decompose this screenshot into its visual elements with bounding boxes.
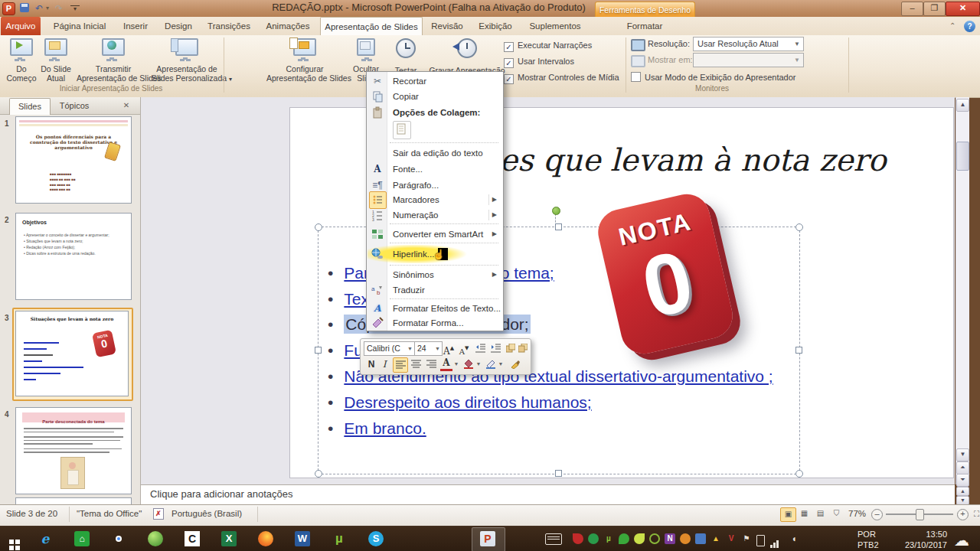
normal-view-button[interactable]: ▣ <box>780 507 796 522</box>
next-slide-icon[interactable]: ⏷ <box>956 474 969 487</box>
font-color-button[interactable]: A <box>440 357 452 371</box>
clock-tray[interactable]: 13:5023/10/2017 <box>892 529 947 550</box>
tray-onenote-icon[interactable]: N <box>665 533 675 544</box>
tab-design[interactable]: Design <box>158 17 199 35</box>
restore-button[interactable]: ❐ <box>923 2 946 16</box>
bold-button[interactable]: N <box>365 357 377 371</box>
previous-slide-icon[interactable]: ⏶ <box>956 461 969 474</box>
setup-slideshow-button[interactable]: ConfigurarApresentação de Slides <box>266 38 343 83</box>
redo-icon[interactable]: ↷ <box>54 2 64 15</box>
menu-item-converter-smartart[interactable]: Converter em SmartArt▶ <box>368 227 501 242</box>
firefox-icon[interactable] <box>256 529 276 549</box>
touch-keyboard-icon[interactable] <box>545 533 562 545</box>
powerpoint-app-icon[interactable]: P <box>2 2 15 15</box>
tab-arquivo[interactable]: Arquivo <box>1 17 41 35</box>
font-name-field[interactable]: Calibri (C▼ <box>364 341 415 356</box>
tray-shield-icon[interactable] <box>619 533 629 544</box>
volume-icon[interactable]: ◖ <box>789 533 799 544</box>
theme-indicator[interactable]: "Tema do Office" <box>77 509 142 518</box>
internet-explorer-icon[interactable]: e <box>35 529 55 549</box>
close-button[interactable]: ✕ <box>946 2 980 16</box>
bring-forward-button[interactable] <box>505 341 516 355</box>
menu-item-fonte[interactable]: AFonte... <box>368 161 501 177</box>
menu-item-hiperlink[interactable]: Hiperlink... <box>368 245 501 263</box>
menu-item-formatar-efeitos[interactable]: A Formatar Efeitos de Texto... <box>368 301 501 316</box>
from-current-slide-button[interactable]: Do SlideAtual <box>38 38 74 83</box>
tab-animacoes[interactable]: Animações <box>259 17 317 35</box>
excel-icon[interactable]: X <box>219 529 239 549</box>
zoom-out-icon[interactable]: – <box>871 509 883 520</box>
shape-outline-dropdown-icon[interactable]: ▼ <box>498 357 504 371</box>
scrollbar-thumb[interactable] <box>956 142 969 171</box>
tab-topicos[interactable]: Tópicos <box>52 98 96 114</box>
tray-leaf-icon[interactable] <box>634 533 645 544</box>
scroll-up-icon[interactable]: ▲ <box>956 99 969 112</box>
font-color-dropdown-icon[interactable]: ▼ <box>453 357 459 371</box>
tab-apresentacao-de-slides[interactable]: Apresentação de Slides <box>320 17 423 36</box>
checkbox-presenter-view[interactable]: Usar Modo de Exibição do Apresentador <box>631 71 796 83</box>
menu-item-sinonimos[interactable]: Sinônimos▶ <box>368 267 501 282</box>
menu-item-copiar[interactable]: Copiar <box>368 89 501 104</box>
powerpoint-taskbar-icon[interactable]: P <box>478 529 498 549</box>
utorrent-icon[interactable]: µ <box>329 529 349 549</box>
tab-pagina-inicial[interactable]: Página Inicial <box>46 17 113 35</box>
tray-green-icon[interactable] <box>588 533 599 544</box>
save-icon[interactable] <box>20 3 29 12</box>
tray-warning-icon[interactable]: ▲ <box>710 533 721 544</box>
menu-item-marcadores[interactable]: Marcadores▶ <box>368 192 501 207</box>
paste-option-button[interactable] <box>393 121 411 139</box>
spellcheck-icon[interactable]: ✗ <box>153 507 164 520</box>
action-center-cloud-icon[interactable]: ☁ <box>954 531 969 549</box>
language-indicator[interactable]: Português (Brasil) <box>172 509 242 518</box>
camtasia-icon[interactable]: C <box>182 529 202 549</box>
handle-top-left[interactable] <box>315 223 322 231</box>
show-on-dropdown[interactable]: ▼ <box>693 53 804 67</box>
slide-5-thumbnail-partial[interactable] <box>15 497 132 504</box>
shrink-font-button[interactable]: A▼ <box>457 341 471 355</box>
green-orb-app-icon[interactable] <box>145 529 165 549</box>
zoom-level[interactable]: 77% <box>848 509 866 518</box>
zoom-slider-thumb[interactable] <box>916 509 924 520</box>
collapse-ribbon-icon[interactable]: ⌃ <box>949 21 956 30</box>
menu-item-traduzir[interactable]: ab Traduzir <box>368 282 501 298</box>
tray-award-icon[interactable] <box>649 533 660 544</box>
tab-exibicao[interactable]: Exibição <box>473 17 518 35</box>
menu-item-recortar[interactable]: ✂Recortar <box>368 73 501 89</box>
slide-sorter-view-button[interactable]: ▦ <box>797 507 812 520</box>
checkbox-usar-intervalos[interactable]: ✓Usar Intervalos <box>504 55 574 67</box>
italic-button[interactable]: I <box>379 357 390 371</box>
tab-suplementos[interactable]: Suplementos <box>524 17 586 35</box>
qat-customize-icon[interactable]: ▾ <box>70 5 80 14</box>
resolution-dropdown[interactable]: Usar Resolução Atual▼ <box>693 37 804 51</box>
checkbox-executar-narracoes[interactable]: ✓Executar Narrações <box>504 39 592 51</box>
handle-mid-left[interactable] <box>315 347 322 354</box>
slideshow-view-button[interactable]: ⛉ <box>829 507 844 520</box>
scroll-down-icon[interactable]: ▼ <box>956 448 969 461</box>
handle-top-right[interactable] <box>795 223 803 231</box>
windows-store-icon[interactable]: ⌂ <box>72 529 92 549</box>
tab-revisao[interactable]: Revisão <box>426 17 469 35</box>
align-right-button[interactable] <box>424 357 438 371</box>
format-painter-button[interactable] <box>508 357 521 371</box>
start-button[interactable] <box>9 533 21 545</box>
shape-fill-button[interactable] <box>462 357 475 371</box>
tray-red-drop-icon[interactable] <box>573 533 583 544</box>
tray-orange-icon[interactable] <box>680 533 691 544</box>
broadcast-slideshow-button[interactable]: TransmitirApresentação de Slides <box>77 38 150 83</box>
zoom-in-icon[interactable]: + <box>957 509 969 520</box>
custom-slideshow-button[interactable]: Apresentação deSlides Personalizada ▾ <box>152 38 222 84</box>
slide-2-thumbnail[interactable]: Objetivos • Apresentar o conceito de dis… <box>15 213 132 300</box>
reading-view-button[interactable]: ▤ <box>813 507 828 520</box>
align-center-button[interactable] <box>409 357 423 371</box>
notes-placeholder[interactable]: Clique para adicionar anotações <box>150 488 292 500</box>
checkbox-mostrar-controles[interactable]: ✓Mostrar Controles de Mídia <box>504 71 619 83</box>
handle-bottom-mid[interactable] <box>555 470 562 477</box>
slide-1-thumbnail[interactable]: Os pontos diferenciais para a construção… <box>15 116 132 204</box>
tab-transicoes[interactable]: Transições <box>202 17 256 35</box>
menu-item-paragrafo[interactable]: ≡¶Parágrafo... <box>368 178 501 193</box>
decrease-indent-button[interactable] <box>474 341 488 355</box>
menu-item-formatar-forma[interactable]: Formatar Forma... <box>368 315 501 331</box>
minimize-button[interactable]: – <box>901 2 923 16</box>
skype-icon[interactable]: S <box>366 529 386 549</box>
help-icon[interactable]: ? <box>964 21 975 32</box>
